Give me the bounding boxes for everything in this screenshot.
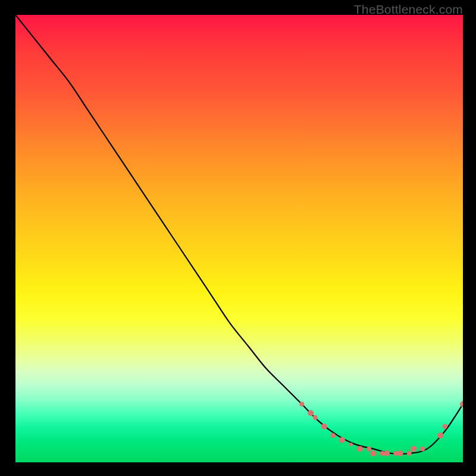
marker-point <box>313 415 318 420</box>
marker-point <box>357 446 363 452</box>
marker-group <box>299 401 463 456</box>
marker-point <box>367 446 371 451</box>
marker-point <box>331 433 336 438</box>
bottleneck-curve-path <box>15 15 463 454</box>
marker-point <box>420 446 425 451</box>
plot-area <box>15 15 463 462</box>
marker-point <box>349 443 353 446</box>
curve-svg <box>15 15 463 462</box>
marker-point <box>339 437 345 443</box>
marker-point <box>308 410 314 416</box>
marker-point <box>407 451 412 456</box>
marker-point <box>384 450 390 456</box>
marker-point <box>437 433 443 439</box>
marker-point <box>371 450 377 456</box>
marker-point <box>321 424 327 430</box>
marker-point <box>460 401 463 407</box>
marker-point <box>411 446 416 452</box>
chart-container: TheBottleneck.com <box>0 0 476 476</box>
marker-point <box>299 402 304 406</box>
marker-point <box>443 424 447 429</box>
marker-point <box>397 450 403 456</box>
